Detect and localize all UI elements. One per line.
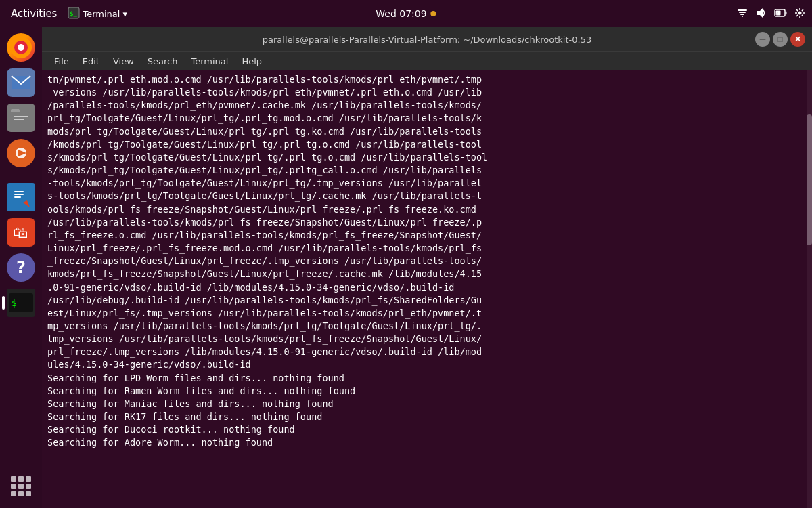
dock-item-software[interactable]: 🛍: [5, 216, 37, 249]
terminal-title: parallels@parallels-Parallels-Virtual-Pl…: [263, 35, 591, 45]
dock: 🛍 ? $_: [0, 27, 42, 508]
clock-display: Wed 07:09: [376, 8, 426, 19]
maximize-button[interactable]: □: [773, 32, 788, 47]
svg-rect-8: [786, 11, 787, 14]
svg-rect-24: [14, 191, 24, 192]
dock-item-mail[interactable]: [5, 66, 37, 99]
menu-help[interactable]: Help: [235, 55, 269, 68]
terminal-app-label: Terminal: [83, 9, 120, 19]
svg-rect-2: [738, 9, 747, 11]
terminal-scrollbar-thumb[interactable]: [807, 114, 812, 246]
system-bar-left: Activities $_ Terminal ▾: [7, 7, 127, 21]
close-button[interactable]: ✕: [790, 32, 805, 47]
svg-text:🛍: 🛍: [13, 224, 28, 241]
svg-point-14: [18, 44, 24, 51]
grid-dot: [26, 491, 31, 496]
dock-item-files[interactable]: [5, 102, 37, 134]
terminal-scrollbar[interactable]: [807, 70, 812, 508]
dock-item-terminal[interactable]: $_: [5, 287, 37, 319]
menu-view[interactable]: View: [106, 55, 141, 68]
dock-divider: [9, 175, 33, 175]
grid-dot: [11, 484, 16, 489]
dock-item-libreoffice[interactable]: [5, 181, 37, 213]
svg-rect-26: [14, 196, 21, 198]
svg-text:⚡: ⚡: [775, 12, 778, 16]
dock-apps-grid-button[interactable]: [5, 470, 37, 503]
grid-dot: [18, 484, 24, 489]
svg-point-11: [798, 11, 802, 14]
terminal-titlebar: parallels@parallels-Parallels-Virtual-Pl…: [42, 27, 812, 51]
terminal-app-button[interactable]: $_ Terminal ▾: [68, 7, 127, 21]
svg-rect-5: [742, 16, 743, 17]
grid-dot: [26, 484, 31, 489]
menu-edit[interactable]: Edit: [76, 55, 106, 68]
terminal-body[interactable]: tn/pvmnet/.prl_eth.mod.o.cmd /usr/lib/pa…: [42, 70, 812, 508]
svg-rect-4: [740, 14, 744, 15]
terminal-app-icon: $_: [68, 7, 80, 21]
grid-dot: [11, 491, 16, 496]
minimize-button[interactable]: ─: [755, 32, 770, 47]
clock-dot: [431, 11, 436, 16]
battery-icon[interactable]: ⚡: [774, 8, 788, 20]
terminal-window: parallels@parallels-Parallels-Virtual-Pl…: [42, 27, 812, 508]
grid-dot: [26, 476, 31, 482]
menu-search[interactable]: Search: [141, 55, 185, 68]
svg-text:$_: $_: [70, 10, 77, 17]
settings-icon[interactable]: [794, 7, 805, 20]
activities-button[interactable]: Activities: [7, 7, 61, 20]
terminal-output: tn/pvmnet/.prl_eth.mod.o.cmd /usr/lib/pa…: [47, 73, 807, 450]
svg-rect-3: [739, 12, 746, 13]
grid-dot: [18, 476, 24, 482]
dock-item-help[interactable]: ?: [5, 251, 37, 284]
grid-dot: [18, 491, 24, 496]
volume-icon[interactable]: [755, 7, 767, 21]
main-layout: 🛍 ? $_: [0, 27, 812, 508]
grid-dot: [11, 476, 16, 482]
svg-marker-6: [757, 8, 763, 18]
terminal-window-controls: ─ □ ✕: [755, 32, 805, 47]
terminal-menu: File Edit View Search Terminal Help: [42, 51, 812, 70]
dock-item-firefox[interactable]: [5, 31, 37, 64]
system-bar-right: ⚡: [736, 7, 805, 21]
svg-rect-25: [14, 194, 24, 195]
menu-terminal[interactable]: Terminal: [184, 55, 235, 68]
system-bar: Activities $_ Terminal ▾ Wed 07:09: [0, 0, 812, 27]
svg-rect-18: [14, 119, 24, 120]
system-bar-center: Wed 07:09: [376, 8, 436, 19]
menu-file[interactable]: File: [47, 55, 76, 68]
svg-text:$_: $_: [12, 298, 22, 308]
network-icon[interactable]: [736, 7, 748, 21]
terminal-dropdown-icon: ▾: [122, 9, 127, 19]
svg-rect-17: [14, 116, 28, 117]
dock-item-rhythmbox[interactable]: [5, 137, 37, 169]
